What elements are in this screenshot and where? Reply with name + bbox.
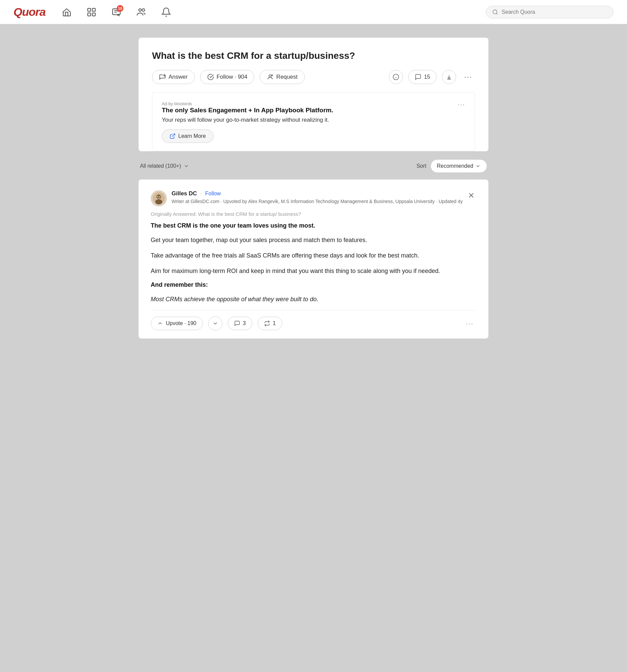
svg-rect-3 bbox=[93, 13, 95, 16]
answer-subheading: And remember this: bbox=[151, 281, 476, 288]
sort-controls: Sort Recommended bbox=[416, 159, 487, 173]
sort-value: Recommended bbox=[437, 163, 473, 169]
answer-bold-line: The best CRM is the one your team loves … bbox=[151, 222, 476, 229]
author-details: Gilles DC · Follow Writer at GillesDC.co… bbox=[171, 190, 463, 205]
answer-comment-button[interactable]: 3 bbox=[228, 317, 252, 330]
svg-line-15 bbox=[172, 134, 175, 137]
answer-label: Answer bbox=[168, 74, 188, 80]
comment-count: 15 bbox=[424, 74, 430, 80]
answer-header: Gilles DC · Follow Writer at GillesDC.co… bbox=[151, 190, 476, 207]
home-nav-button[interactable] bbox=[59, 4, 74, 20]
question-title: What is the best CRM for a startup/busin… bbox=[152, 50, 475, 62]
sort-button[interactable]: Recommended bbox=[431, 159, 487, 173]
save-button[interactable] bbox=[442, 70, 456, 84]
comment-icon bbox=[415, 74, 421, 80]
quora-logo[interactable]: Quora bbox=[14, 5, 45, 19]
author-info: Gilles DC · Follow Writer at GillesDC.co… bbox=[151, 190, 463, 207]
nav-icons: 10 10 bbox=[59, 4, 475, 20]
svg-rect-0 bbox=[88, 8, 91, 11]
author-meta: Writer at GillesDC.com · Upvoted by Alex… bbox=[171, 198, 463, 205]
upvote-button[interactable]: Upvote · 190 bbox=[151, 317, 203, 330]
author-name-row: Gilles DC · Follow bbox=[171, 190, 463, 197]
upvote-icon bbox=[157, 320, 163, 327]
all-related-label: All related (100+) bbox=[140, 163, 181, 169]
question-actions: Answer Follow · 904 Request bbox=[152, 70, 475, 92]
info-icon bbox=[393, 74, 399, 80]
answer-more-button[interactable]: ··· bbox=[463, 318, 476, 329]
info-button[interactable] bbox=[389, 70, 403, 84]
svg-rect-1 bbox=[93, 8, 95, 11]
answer-button[interactable]: Answer bbox=[152, 70, 195, 84]
close-icon bbox=[468, 192, 475, 199]
author-name[interactable]: Gilles DC bbox=[171, 190, 197, 197]
request-button[interactable]: Request bbox=[260, 70, 304, 84]
svg-point-9 bbox=[493, 10, 497, 14]
notifications-nav-button[interactable] bbox=[158, 4, 174, 20]
original-question: Originally Answered: What is the best CR… bbox=[151, 211, 476, 217]
avatar-image bbox=[153, 192, 165, 205]
ad-headline: The only Sales Engagement + In App Playb… bbox=[162, 106, 465, 114]
create-nav-button[interactable]: 10 10 bbox=[109, 4, 124, 20]
answer-paragraph-1: Get your team together, map out your sal… bbox=[151, 235, 476, 245]
request-label: Request bbox=[276, 74, 297, 80]
learn-more-label: Learn More bbox=[178, 133, 206, 139]
follow-icon bbox=[207, 74, 214, 80]
search-input[interactable] bbox=[502, 9, 607, 15]
close-answer-button[interactable] bbox=[466, 190, 476, 202]
navbar: Quora 10 1 bbox=[0, 0, 627, 24]
comments-button[interactable]: 15 bbox=[408, 70, 437, 84]
answer-comment-count: 3 bbox=[243, 320, 246, 327]
svg-point-10 bbox=[269, 75, 272, 77]
svg-point-19 bbox=[157, 196, 158, 197]
share-icon bbox=[264, 320, 270, 327]
ad-subtext: Your reps will follow your go-to-market … bbox=[162, 117, 465, 123]
answer-paragraph-3: Aim for maximum long-term ROI and keep i… bbox=[151, 266, 476, 276]
feed-icon bbox=[87, 7, 96, 17]
svg-point-18 bbox=[156, 199, 162, 205]
ad-card: Ad by bloobirds ··· The only Sales Engag… bbox=[152, 92, 475, 151]
upvote-label: Upvote · 190 bbox=[166, 320, 196, 327]
create-badge: 10 bbox=[117, 5, 123, 12]
answer-card: Gilles DC · Follow Writer at GillesDC.co… bbox=[139, 179, 488, 338]
spaces-nav-button[interactable] bbox=[134, 4, 149, 20]
question-more-button[interactable]: ··· bbox=[462, 71, 475, 83]
bell-icon bbox=[161, 7, 171, 17]
svg-rect-2 bbox=[88, 13, 91, 16]
all-related-button[interactable]: All related (100+) bbox=[140, 163, 189, 169]
learn-more-button[interactable]: Learn More bbox=[162, 129, 214, 143]
share-button[interactable]: 1 bbox=[258, 317, 282, 330]
search-bar[interactable] bbox=[486, 6, 613, 19]
answer-footer: Upvote · 190 3 bbox=[151, 310, 476, 331]
chevron-down-icon bbox=[184, 163, 189, 169]
answer-italic-line: Most CRMs achieve the opposite of what t… bbox=[151, 294, 476, 305]
save-icon bbox=[446, 74, 452, 80]
search-icon bbox=[492, 9, 498, 16]
follow-button[interactable]: Follow · 904 bbox=[200, 70, 255, 84]
chevron-down-icon bbox=[475, 163, 481, 169]
request-icon bbox=[267, 74, 274, 80]
follow-label: Follow · 904 bbox=[217, 74, 248, 80]
share-count: 1 bbox=[273, 320, 276, 327]
ad-menu-button[interactable]: ··· bbox=[458, 100, 465, 108]
question-card: What is the best CRM for a startup/busin… bbox=[139, 38, 488, 151]
external-link-icon bbox=[169, 133, 176, 139]
svg-point-8 bbox=[142, 9, 145, 11]
svg-point-7 bbox=[139, 9, 142, 11]
author-follow-link[interactable]: Follow bbox=[205, 191, 220, 197]
spaces-icon bbox=[136, 7, 146, 17]
author-avatar[interactable] bbox=[151, 190, 167, 207]
sort-label: Sort bbox=[416, 163, 426, 169]
answer-paragraph-2: Take advantage of the free trials all Sa… bbox=[151, 251, 476, 261]
downvote-button[interactable] bbox=[208, 316, 222, 331]
downvote-icon bbox=[212, 320, 218, 327]
svg-point-20 bbox=[159, 196, 160, 197]
home-icon bbox=[62, 7, 72, 17]
ad-header: Ad by bloobirds ··· bbox=[162, 100, 465, 106]
comment-icon bbox=[234, 320, 240, 327]
ad-label: Ad by bloobirds bbox=[162, 101, 192, 106]
answer-icon bbox=[159, 74, 166, 80]
filter-bar: All related (100+) Sort Recommended bbox=[139, 153, 488, 179]
feed-nav-button[interactable] bbox=[84, 4, 99, 20]
